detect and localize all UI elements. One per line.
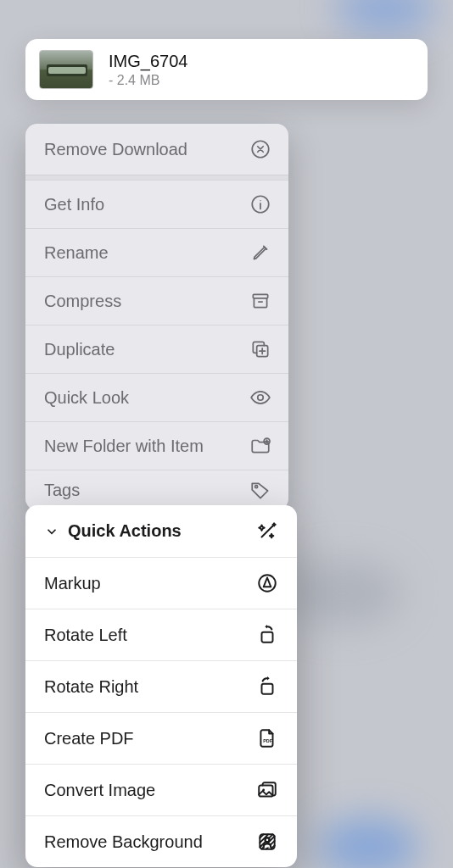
action-rotate-left[interactable]: Rotate Left: [25, 609, 297, 660]
info-icon: [249, 193, 271, 215]
action-markup[interactable]: Markup: [25, 557, 297, 609]
menu-item-label: Duplicate: [44, 340, 115, 359]
svg-point-8: [255, 485, 258, 487]
menu-rename[interactable]: Rename: [25, 228, 288, 276]
remove-background-icon: [256, 831, 278, 853]
svg-point-2: [260, 200, 260, 201]
rotate-right-icon: [256, 676, 278, 698]
svg-rect-11: [262, 684, 273, 694]
svg-text:PDF: PDF: [263, 738, 273, 743]
menu-item-label: Quick Look: [44, 388, 129, 408]
quick-actions-title: Quick Actions: [68, 521, 182, 541]
action-create-pdf[interactable]: Create PDF PDF: [25, 712, 297, 764]
file-preview-card[interactable]: IMG_6704 - 2.4 MB: [25, 39, 428, 100]
menu-new-folder-with-item[interactable]: New Folder with Item: [25, 421, 288, 470]
file-name: IMG_6704: [109, 52, 187, 71]
quick-actions-submenu: Quick Actions Markup Rotate Left Rotate …: [25, 505, 297, 867]
menu-get-info[interactable]: Get Info: [25, 180, 288, 228]
menu-item-label: Create PDF: [44, 729, 134, 748]
menu-tags[interactable]: Tags: [25, 470, 288, 510]
close-circle-icon: [249, 138, 271, 160]
menu-item-label: New Folder with Item: [44, 437, 204, 456]
magic-wand-icon: [256, 520, 278, 542]
action-rotate-right[interactable]: Rotate Right: [25, 660, 297, 712]
svg-point-6: [258, 395, 264, 401]
menu-remove-download[interactable]: Remove Download: [25, 124, 288, 175]
menu-item-label: Markup: [44, 574, 101, 593]
menu-item-label: Remove Download: [44, 140, 187, 159]
images-icon: [256, 779, 278, 801]
file-thumbnail: [39, 50, 93, 89]
svg-rect-4: [254, 298, 266, 308]
menu-item-label: Rotate Left: [44, 626, 127, 645]
eye-icon: [249, 387, 271, 409]
menu-item-label: Rotate Right: [44, 677, 138, 697]
archive-icon: [249, 290, 271, 312]
context-menu: Remove Download Get Info Rename Compress…: [25, 124, 288, 510]
file-size: - 2.4 MB: [109, 73, 187, 88]
markup-icon: [256, 572, 278, 594]
menu-item-label: Convert Image: [44, 781, 155, 800]
rotate-left-icon: [256, 624, 278, 646]
pencil-icon: [249, 242, 271, 264]
menu-quick-look[interactable]: Quick Look: [25, 373, 288, 421]
menu-compress[interactable]: Compress: [25, 276, 288, 325]
menu-item-label: Remove Background: [44, 832, 203, 852]
quick-actions-header[interactable]: Quick Actions: [25, 505, 297, 557]
menu-duplicate[interactable]: Duplicate: [25, 325, 288, 373]
folder-plus-icon: [249, 435, 271, 457]
menu-item-label: Compress: [44, 292, 121, 311]
chevron-down-icon: [44, 524, 59, 539]
menu-item-label: Tags: [44, 481, 80, 500]
action-remove-background[interactable]: Remove Background: [25, 815, 297, 867]
action-convert-image[interactable]: Convert Image: [25, 764, 297, 815]
svg-rect-10: [262, 632, 273, 643]
duplicate-icon: [249, 338, 271, 360]
menu-item-label: Rename: [44, 243, 109, 263]
menu-item-label: Get Info: [44, 195, 104, 214]
tag-icon: [249, 480, 271, 502]
file-meta: IMG_6704 - 2.4 MB: [109, 52, 187, 88]
pdf-file-icon: PDF: [256, 727, 278, 749]
